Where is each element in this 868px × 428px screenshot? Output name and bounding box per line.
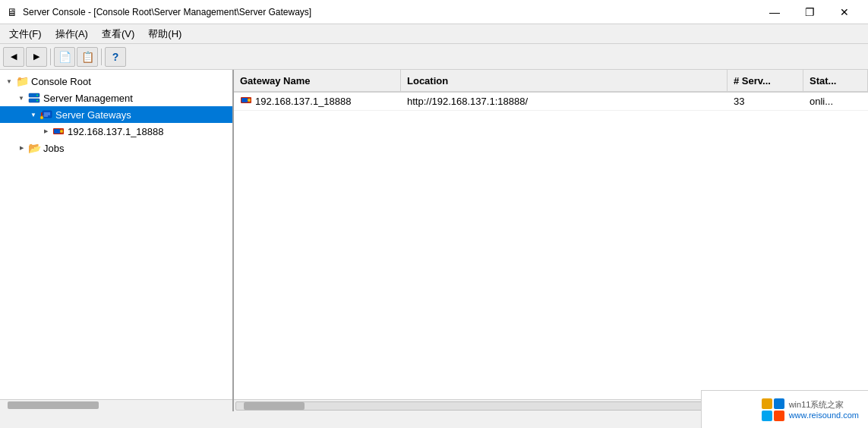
gateway-icon <box>39 109 53 121</box>
tree-content: ▼ 📁 Console Root ▼ Server Management <box>0 70 232 399</box>
watermark-logo: win11系统之家 www.reisound.com <box>762 398 859 421</box>
up-button[interactable]: 📄 <box>54 47 75 67</box>
menu-bar: 文件(F) 操作(A) 查看(V) 帮助(H) <box>0 24 868 44</box>
content-panel: Gateway Name Location # Serv... Stat... <box>234 70 868 411</box>
expander-server-gateways[interactable]: ▼ <box>27 109 39 121</box>
restore-button[interactable]: ❐ <box>792 0 827 24</box>
tree-item-gateway-node[interactable]: ▶ 192.168.137.1_18888 <box>0 123 232 140</box>
col-header-location[interactable]: Location <box>401 70 728 91</box>
col-header-status[interactable]: Stat... <box>803 70 868 91</box>
menu-help[interactable]: 帮助(H) <box>142 26 188 42</box>
row-gateway-icon <box>240 95 252 108</box>
server-mgmt-icon <box>27 92 41 104</box>
tree-item-server-management[interactable]: ▼ Server Management <box>0 90 232 106</box>
window-title: Server Console - [Console Root\Server Ma… <box>23 7 311 17</box>
help-button[interactable]: ? <box>105 47 126 67</box>
forward-icon: ▶ <box>33 52 39 61</box>
node-icon <box>52 125 65 137</box>
toolbar-sep-2 <box>101 49 102 65</box>
menu-file[interactable]: 文件(F) <box>3 26 48 42</box>
toolbar-sep-1 <box>50 49 51 65</box>
tree-label-server-management: Server Management <box>43 93 133 104</box>
main-area: ▼ 📁 Console Root ▼ Server Management <box>0 70 868 411</box>
table-row[interactable]: 192.168.137.1_18888 http://192.168.137.1… <box>234 93 868 111</box>
window-controls: — ❐ ✕ <box>757 0 862 24</box>
row-gateway-name-text: 192.168.137.1_18888 <box>255 96 352 107</box>
expander-jobs[interactable]: ▶ <box>15 142 27 154</box>
back-icon: ◀ <box>11 52 17 61</box>
cell-gateway-name: 192.168.137.1_18888 <box>234 95 401 108</box>
toolbar: ◀ ▶ 📄 📋 ? <box>0 44 868 70</box>
watermark-bar: win11系统之家 www.reisound.com <box>701 390 868 428</box>
logo-sq-blue <box>774 398 784 409</box>
list-icon: 📋 <box>81 51 94 63</box>
svg-point-9 <box>40 116 43 119</box>
title-bar: 🖥 Server Console - [Console Root\Server … <box>0 0 868 24</box>
close-button[interactable]: ✕ <box>827 0 862 24</box>
jobs-icon: 📂 <box>27 142 41 154</box>
tree-scroll-thumb <box>8 401 99 409</box>
col-header-gateway-name[interactable]: Gateway Name <box>234 70 401 91</box>
showhide-button[interactable]: 📋 <box>77 47 98 67</box>
tree-item-jobs[interactable]: ▶ 📂 Jobs <box>0 140 232 156</box>
expander-server-management[interactable]: ▼ <box>15 92 27 104</box>
expander-gateway-node[interactable]: ▶ <box>39 125 52 137</box>
col-label-servers: # Serv... <box>734 75 771 87</box>
content-scroll-thumb <box>244 402 305 410</box>
back-button[interactable]: ◀ <box>3 47 24 67</box>
tree-label-server-gateways: Server Gateways <box>55 109 131 121</box>
watermark-url: www.reisound.com <box>789 411 859 420</box>
row-servers-text: 33 <box>734 96 744 107</box>
app-icon: 🖥 <box>6 6 18 18</box>
row-status-text: onli... <box>810 96 833 107</box>
document-icon: 📄 <box>58 51 71 63</box>
logo-sq-lightblue <box>762 411 772 421</box>
tree-scrollbar[interactable] <box>0 399 232 411</box>
tree-label-jobs: Jobs <box>43 143 64 154</box>
menu-action[interactable]: 操作(A) <box>49 26 94 42</box>
row-location-text: http://192.168.137.1:18888/ <box>407 96 528 107</box>
logo-sq-orange <box>762 398 772 409</box>
tree-panel: ▼ 📁 Console Root ▼ Server Management <box>0 70 234 411</box>
svg-point-2 <box>36 95 38 96</box>
col-label-gateway-name: Gateway Name <box>240 75 311 87</box>
svg-rect-12 <box>54 129 60 134</box>
cell-status: onli... <box>803 96 868 107</box>
cell-servers: 33 <box>728 96 803 107</box>
table-header: Gateway Name Location # Serv... Stat... <box>234 70 868 93</box>
svg-point-3 <box>36 100 38 102</box>
content-spacer <box>234 111 868 399</box>
tree-item-server-gateways[interactable]: ▼ Server Gateways <box>0 106 232 123</box>
logo-sq-red <box>774 411 784 421</box>
watermark-site: win11系统之家 <box>789 399 859 411</box>
folder-icon-console-root: 📁 <box>15 75 29 87</box>
cell-location: http://192.168.137.1:18888/ <box>401 96 728 107</box>
help-icon: ? <box>112 51 119 63</box>
col-label-location: Location <box>407 75 448 87</box>
watermark-text-block: win11系统之家 www.reisound.com <box>789 399 859 420</box>
expander-console-root[interactable]: ▼ <box>3 75 15 87</box>
svg-rect-17 <box>241 98 248 102</box>
minimize-button[interactable]: — <box>757 0 792 24</box>
tree-item-console-root[interactable]: ▼ 📁 Console Root <box>0 73 232 90</box>
menu-view[interactable]: 查看(V) <box>96 26 140 42</box>
tree-label-gateway-node: 192.168.137.1_18888 <box>68 126 164 137</box>
col-header-servers[interactable]: # Serv... <box>728 70 803 91</box>
tree-label-console-root: Console Root <box>31 76 91 87</box>
logo-squares <box>762 398 784 421</box>
col-label-status: Stat... <box>810 75 836 87</box>
forward-button[interactable]: ▶ <box>26 47 47 67</box>
